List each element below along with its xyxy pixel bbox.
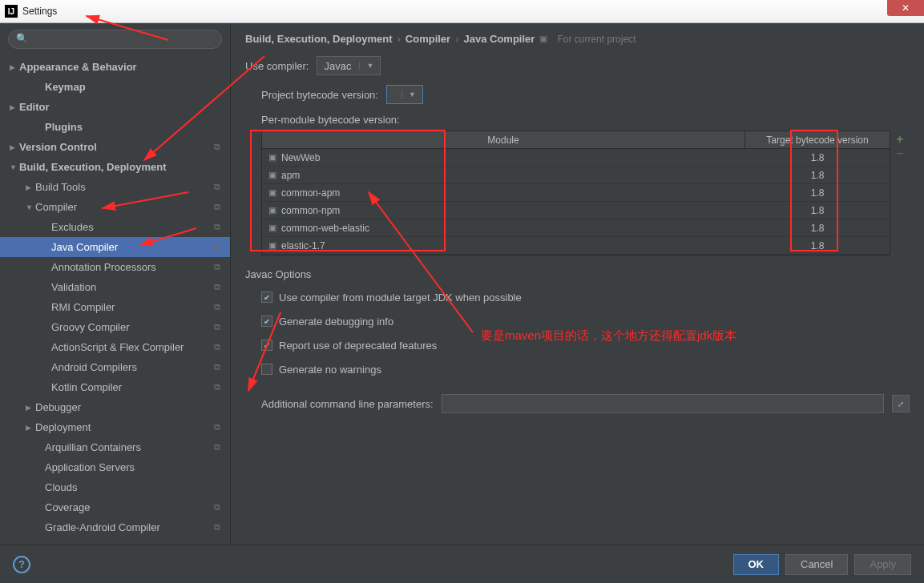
tree-item[interactable]: ▶Build Tools⧉ bbox=[0, 177, 230, 197]
close-button[interactable]: ✕ bbox=[887, 0, 924, 16]
tree-item[interactable]: Java Compiler⧉ bbox=[0, 237, 230, 257]
use-compiler-combo[interactable]: Javac ▼ bbox=[317, 56, 381, 75]
tree-item[interactable]: ActionScript & Flex Compiler⧉ bbox=[0, 337, 230, 357]
tree-arrow-icon: ▶ bbox=[10, 63, 19, 71]
tree-arrow-icon: ▶ bbox=[10, 143, 19, 151]
tree-arrow-icon: ▶ bbox=[26, 424, 35, 432]
project-icon: ▣ bbox=[539, 34, 547, 44]
tree-item[interactable]: Annotation Processors⧉ bbox=[0, 257, 230, 277]
add-button[interactable]: + bbox=[896, 132, 903, 147]
folder-icon: ▣ bbox=[268, 223, 276, 233]
folder-icon: ▣ bbox=[268, 240, 276, 251]
params-label: Additional command line parameters: bbox=[261, 398, 434, 410]
tree-item[interactable]: ▶Version Control⧉ bbox=[0, 137, 230, 157]
tree-item[interactable]: Validation⧉ bbox=[0, 277, 230, 297]
titlebar: IJ Settings ✕ bbox=[0, 0, 924, 23]
tree-item[interactable]: Gradle-Android Compiler⧉ bbox=[0, 517, 230, 537]
cancel-button[interactable]: Cancel bbox=[785, 554, 848, 575]
project-bytecode-label: Project bytecode version: bbox=[261, 89, 378, 101]
folder-icon: ▣ bbox=[268, 187, 276, 198]
chevron-down-icon: ▼ bbox=[359, 62, 373, 70]
tree-arrow-icon: ▶ bbox=[26, 183, 35, 191]
tree-item[interactable]: ▼Compiler⧉ bbox=[0, 197, 230, 217]
table-row[interactable]: ▣common-web-elastic1.8 bbox=[262, 219, 890, 237]
tree-item[interactable]: ▶Deployment⧉ bbox=[0, 417, 230, 437]
tree-item[interactable]: Keymap bbox=[0, 77, 230, 97]
copy-icon: ⧉ bbox=[214, 382, 220, 392]
folder-icon: ▣ bbox=[268, 170, 276, 180]
search-input[interactable] bbox=[8, 30, 222, 49]
tree-item[interactable]: Groovy Compiler⧉ bbox=[0, 317, 230, 337]
dialog-footer: ? OK Cancel Apply bbox=[0, 545, 924, 583]
use-compiler-label: Use compiler: bbox=[245, 60, 309, 72]
folder-icon: ▣ bbox=[268, 205, 276, 215]
tree-item[interactable]: RMI Compiler⧉ bbox=[0, 297, 230, 317]
table-row[interactable]: ▣elastic-1.71.8 bbox=[262, 237, 890, 255]
params-input[interactable] bbox=[442, 394, 884, 413]
tree-item[interactable]: Excludes⧉ bbox=[0, 217, 230, 237]
sidebar: 🔍 ▶Appearance & BehaviorKeymap▶EditorPlu… bbox=[0, 23, 231, 545]
tree-item[interactable]: ▶Debugger bbox=[0, 397, 230, 417]
copy-icon: ⧉ bbox=[214, 302, 220, 312]
copy-icon: ⧉ bbox=[214, 222, 220, 232]
copy-icon: ⧉ bbox=[214, 422, 220, 432]
remove-button[interactable]: − bbox=[896, 147, 903, 161]
table-row[interactable]: ▣apm1.8 bbox=[262, 167, 890, 184]
copy-icon: ⧉ bbox=[214, 362, 220, 372]
checkbox-debug-info[interactable]: ✔ bbox=[261, 316, 272, 327]
col-module: Module bbox=[262, 131, 745, 148]
table-row[interactable]: ▣NewWeb1.8 bbox=[262, 149, 890, 167]
col-target: Target bytecode version bbox=[745, 131, 890, 148]
checkbox-deprecated[interactable]: ✔ bbox=[261, 340, 272, 351]
breadcrumb: Build, Execution, Deployment › Compiler … bbox=[245, 33, 910, 45]
help-button[interactable]: ? bbox=[13, 556, 30, 573]
copy-icon: ⧉ bbox=[214, 202, 220, 212]
copy-icon: ⧉ bbox=[214, 442, 220, 452]
app-icon: IJ bbox=[5, 5, 18, 18]
table-row[interactable]: ▣common-apm1.8 bbox=[262, 184, 890, 202]
copy-icon: ⧉ bbox=[214, 262, 220, 272]
copy-icon: ⧉ bbox=[214, 242, 220, 252]
tree-item[interactable]: ▶Editor bbox=[0, 97, 230, 117]
tree-arrow-icon: ▼ bbox=[26, 203, 35, 211]
table-row[interactable]: ▣common-npm1.8 bbox=[262, 202, 890, 219]
module-table: Module Target bytecode version ▣NewWeb1.… bbox=[261, 131, 890, 255]
tree-item[interactable]: Kotlin Compiler⧉ bbox=[0, 377, 230, 397]
checkbox-use-module-jdk[interactable]: ✔ bbox=[261, 292, 272, 303]
ok-button[interactable]: OK bbox=[733, 554, 780, 575]
folder-icon: ▣ bbox=[268, 152, 276, 163]
copy-icon: ⧉ bbox=[214, 142, 220, 152]
copy-icon: ⧉ bbox=[214, 522, 220, 533]
expand-icon[interactable]: ⤢ bbox=[892, 395, 910, 412]
javac-options-title: Javac Options bbox=[245, 268, 910, 280]
window-title: Settings bbox=[22, 6, 57, 17]
tree-item[interactable]: Clouds bbox=[0, 477, 230, 497]
per-module-label: Per-module bytecode version: bbox=[245, 114, 910, 126]
chevron-down-icon: ▼ bbox=[401, 90, 416, 99]
copy-icon: ⧉ bbox=[214, 342, 220, 352]
tree-item[interactable]: Application Servers bbox=[0, 457, 230, 477]
tree-arrow-icon: ▶ bbox=[26, 404, 35, 412]
tree-item[interactable]: Coverage⧉ bbox=[0, 497, 230, 517]
tree-item[interactable]: Android Compilers⧉ bbox=[0, 357, 230, 377]
copy-icon: ⧉ bbox=[214, 182, 220, 192]
search-icon: 🔍 bbox=[16, 33, 28, 44]
tree-item[interactable]: Plugins bbox=[0, 117, 230, 137]
copy-icon: ⧉ bbox=[214, 322, 220, 332]
tree-arrow-icon: ▼ bbox=[10, 163, 19, 171]
chevron-right-icon: › bbox=[455, 33, 458, 45]
settings-tree: ▶Appearance & BehaviorKeymap▶EditorPlugi… bbox=[0, 55, 230, 545]
tree-item[interactable]: Arquillian Containers⧉ bbox=[0, 437, 230, 457]
apply-button[interactable]: Apply bbox=[854, 554, 911, 575]
main-panel: Build, Execution, Deployment › Compiler … bbox=[231, 23, 924, 545]
copy-icon: ⧉ bbox=[214, 502, 220, 513]
project-bytecode-combo[interactable]: ▼ bbox=[386, 85, 423, 104]
checkbox-no-warnings[interactable]: ✔ bbox=[261, 364, 272, 375]
chevron-right-icon: › bbox=[397, 33, 400, 45]
tree-arrow-icon: ▶ bbox=[10, 103, 19, 111]
copy-icon: ⧉ bbox=[214, 282, 220, 292]
tree-item[interactable]: ▶Appearance & Behavior bbox=[0, 57, 230, 77]
tree-item[interactable]: ▼Build, Execution, Deployment bbox=[0, 157, 230, 177]
